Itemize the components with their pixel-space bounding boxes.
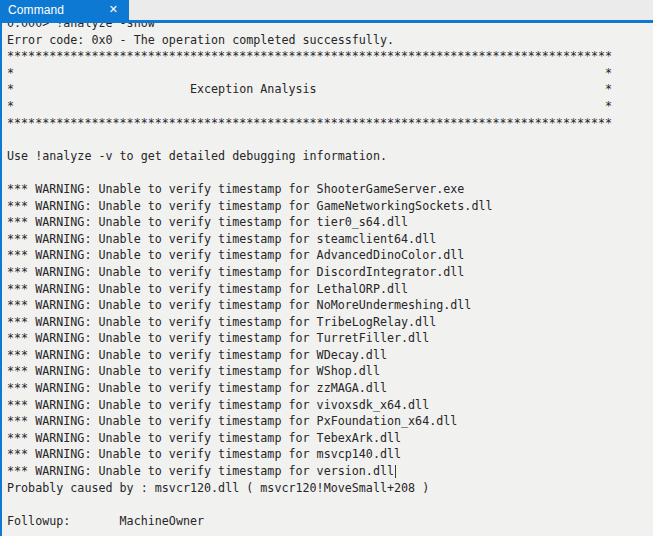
command-output-text: 0:000> !analyze -showError code: 0x0 - T…	[7, 23, 653, 536]
terminal-line: *** WARNING: Unable to verify timestamp …	[7, 181, 653, 198]
terminal-line: * Exception Analysis *	[7, 81, 653, 98]
terminal-line: 0:000> !analyze -show	[7, 23, 653, 32]
terminal-line: *** WARNING: Unable to verify timestamp …	[7, 264, 653, 281]
terminal-line: *** WARNING: Unable to verify timestamp …	[7, 330, 653, 347]
terminal-line: Probably caused by : msvcr120.dll ( msvc…	[7, 480, 653, 497]
terminal-line: ****************************************…	[7, 115, 653, 132]
terminal-line: * *	[7, 98, 653, 115]
text-caret	[395, 465, 396, 478]
terminal-line: ----------	[7, 529, 653, 536]
terminal-line: *** WARNING: Unable to verify timestamp …	[7, 297, 653, 314]
terminal-line	[7, 496, 653, 513]
terminal-line: *** WARNING: Unable to verify timestamp …	[7, 413, 653, 430]
terminal-line: *** WARNING: Unable to verify timestamp …	[7, 314, 653, 331]
terminal-line: Error code: 0x0 - The operation complete…	[7, 32, 653, 49]
tab-command-label: Command	[8, 3, 64, 17]
command-window: Command ✕ 0:000> !analyze -showError cod…	[0, 0, 653, 536]
terminal-line: *** WARNING: Unable to verify timestamp …	[7, 430, 653, 447]
terminal-line: *** WARNING: Unable to verify timestamp …	[7, 446, 653, 463]
terminal-line: ****************************************…	[7, 48, 653, 65]
terminal-line: *** WARNING: Unable to verify timestamp …	[7, 397, 653, 414]
terminal-line: *** WARNING: Unable to verify timestamp …	[7, 198, 653, 215]
terminal-line: * *	[7, 65, 653, 82]
tab-bar: Command ✕	[2, 0, 653, 20]
terminal-line: Followup: MachineOwner	[7, 513, 653, 530]
terminal-line: *** WARNING: Unable to verify timestamp …	[7, 363, 653, 380]
terminal-line: *** WARNING: Unable to verify timestamp …	[7, 463, 653, 480]
terminal-line: Use !analyze -v to get detailed debuggin…	[7, 148, 653, 165]
terminal-line: *** WARNING: Unable to verify timestamp …	[7, 380, 653, 397]
terminal-line: *** WARNING: Unable to verify timestamp …	[7, 247, 653, 264]
tab-command[interactable]: Command ✕	[2, 0, 129, 20]
terminal-line: *** WARNING: Unable to verify timestamp …	[7, 231, 653, 248]
command-output-pane[interactable]: 0:000> !analyze -showError code: 0x0 - T…	[2, 23, 653, 536]
close-icon[interactable]: ✕	[109, 4, 118, 15]
terminal-line: *** WARNING: Unable to verify timestamp …	[7, 214, 653, 231]
terminal-line: *** WARNING: Unable to verify timestamp …	[7, 281, 653, 298]
terminal-line	[7, 131, 653, 148]
terminal-line: *** WARNING: Unable to verify timestamp …	[7, 347, 653, 364]
terminal-line	[7, 164, 653, 181]
